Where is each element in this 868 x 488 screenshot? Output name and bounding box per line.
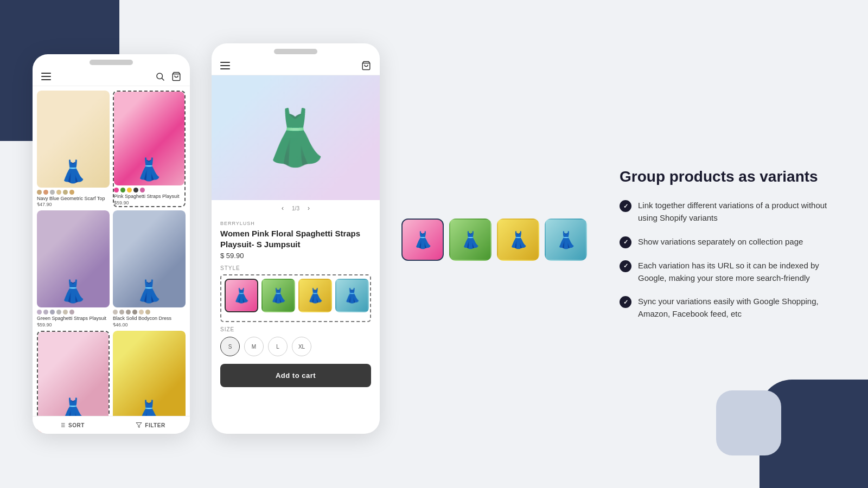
color-dot (114, 188, 119, 192)
svg-line-1 (162, 78, 164, 80)
carousel-nav: ‹ 1/3 › (212, 200, 380, 216)
svg-point-0 (157, 73, 163, 79)
sort-button[interactable]: SORT (33, 422, 111, 428)
color-dots-2 (114, 188, 184, 192)
product-figure-6: 👗 (113, 331, 186, 428)
color-dot (69, 190, 74, 195)
variant-thumb-4[interactable]: 👗 (335, 279, 369, 312)
feature-text-1: Link together different variations of a … (638, 199, 835, 224)
color-dot (120, 188, 125, 192)
product-card-3[interactable]: 👗 Green Spaghetti Straps Playsuit $59.90 (37, 210, 110, 327)
feature-thumbs-container: 👗 👗 👗 👗 (401, 219, 587, 269)
right-phone-header (212, 57, 380, 75)
color-dots-4 (113, 310, 186, 314)
hamburger-icon[interactable] (41, 73, 51, 80)
color-dot (50, 310, 55, 314)
color-dot (56, 190, 61, 195)
thumb-figure-1: 👗 (226, 280, 257, 311)
size-m[interactable]: M (244, 337, 264, 356)
product-name-3: Green Spaghetti Straps Playsuit (37, 316, 110, 322)
thumb-figure-2: 👗 (263, 280, 294, 311)
product-img-3: 👗 (37, 210, 110, 307)
hamburger-icon-right[interactable] (220, 62, 230, 69)
product-card-1[interactable]: 👗 Navy Blue Geometric Scarf Top $47.90 (37, 91, 110, 207)
size-options: S M L XL (220, 337, 371, 356)
svg-marker-9 (136, 423, 142, 428)
size-xl[interactable]: XL (292, 337, 311, 356)
product-figure-3: 👗 (37, 210, 110, 307)
color-dot (37, 310, 42, 314)
color-dot (63, 190, 68, 195)
left-phone: 👗 Navy Blue Geometric Scarf Top $47.90 👗 (33, 54, 190, 434)
thumb-figure-4: 👗 (336, 280, 368, 311)
color-dot (139, 310, 144, 314)
product-detail-body: BERRYLUSH Women Pink Floral Spaghetti St… (212, 216, 380, 391)
feature-thumb-2[interactable]: 👗 (449, 219, 492, 261)
color-dots-1 (37, 190, 110, 195)
size-s[interactable]: S (220, 337, 240, 356)
color-dot (133, 188, 138, 192)
style-label: STYLE (220, 265, 371, 271)
search-icon[interactable] (155, 72, 165, 81)
header-icons-right (361, 61, 371, 70)
product-detail-price: $ 59.90 (220, 252, 371, 260)
feature-thumbs-row: 👗 👗 👗 👗 (401, 219, 587, 261)
size-l[interactable]: L (268, 337, 288, 356)
carousel-indicator: 1/3 (292, 206, 299, 211)
section-title: Group products as variants (620, 168, 835, 186)
product-title: Women Pink Floral Spaghetti Straps Plays… (220, 228, 371, 249)
ft-figure-3: 👗 (498, 220, 538, 260)
color-dot (132, 310, 137, 314)
check-icon-2 (620, 236, 631, 248)
cart-icon-right[interactable] (361, 61, 371, 70)
feature-thumb-3[interactable]: 👗 (497, 219, 539, 261)
product-price-3: $59.90 (37, 322, 110, 328)
check-icon-3 (620, 260, 631, 272)
product-price-1: $47.90 (37, 202, 110, 207)
feature-thumb-1[interactable]: 👗 (401, 219, 444, 261)
ft-figure-2: 👗 (450, 220, 490, 260)
product-img-5: 👗 (38, 332, 108, 426)
feature-thumb-4[interactable]: 👗 (545, 219, 587, 261)
color-dot (127, 188, 132, 192)
product-img-1: 👗 (37, 91, 110, 188)
color-dot (43, 190, 48, 195)
phone-notch-left (90, 60, 133, 65)
cart-icon[interactable] (171, 72, 181, 81)
carousel-next[interactable]: › (304, 203, 314, 213)
variant-thumb-3[interactable]: 👗 (298, 279, 332, 312)
product-card-4[interactable]: 👗 Black Solid Bodycon Dress $46.00 (113, 210, 186, 327)
color-dot (113, 310, 118, 314)
variant-thumb-2[interactable]: 👗 (261, 279, 295, 312)
product-name-2: Pink Spaghetti Straps Playsuit (114, 194, 184, 200)
left-phone-header (33, 68, 190, 86)
feature-item-4: Sync your variations easily with Google … (620, 295, 835, 320)
carousel-prev[interactable]: ‹ (278, 203, 288, 213)
color-dot (63, 310, 68, 314)
feature-text-4: Sync your variations easily with Google … (638, 295, 835, 320)
add-to-cart-button[interactable]: Add to cart (220, 364, 371, 387)
color-dot (37, 190, 42, 195)
product-figure-5: 👗 (38, 332, 108, 426)
color-dot (56, 310, 61, 314)
main-content: 👗 Navy Blue Geometric Scarf Top $47.90 👗 (0, 0, 868, 488)
product-detail-figure: 👗 (262, 106, 330, 170)
filter-button[interactable]: FILTER (111, 422, 190, 428)
feature-text-2: Show variations separately on collection… (638, 235, 803, 248)
product-img-6: 👗 (113, 331, 186, 428)
ft-figure-1: 👗 (403, 220, 443, 260)
variant-thumb-1[interactable]: 👗 (225, 279, 258, 312)
check-icon-1 (620, 200, 631, 212)
right-phone: 👗 ‹ 1/3 › BERRYLUSH Women Pink Floral Sp… (212, 43, 380, 434)
product-name-4: Black Solid Bodycon Dress (113, 316, 186, 322)
color-dot (43, 310, 48, 314)
feature-item-3: Each variation has its URL so it can be … (620, 259, 835, 285)
product-figure-1: 👗 (37, 91, 110, 188)
product-card-2[interactable]: 👗 Pink Spaghetti Straps Playsuit $59.90 (113, 91, 186, 207)
feature-item-2: Show variations separately on collection… (620, 235, 835, 248)
check-icon-4 (620, 296, 631, 308)
product-price-4: $46.00 (113, 322, 186, 328)
filter-icon (136, 422, 142, 428)
products-grid: 👗 Navy Blue Geometric Scarf Top $47.90 👗 (33, 86, 190, 434)
size-label: SIZE (220, 326, 371, 332)
